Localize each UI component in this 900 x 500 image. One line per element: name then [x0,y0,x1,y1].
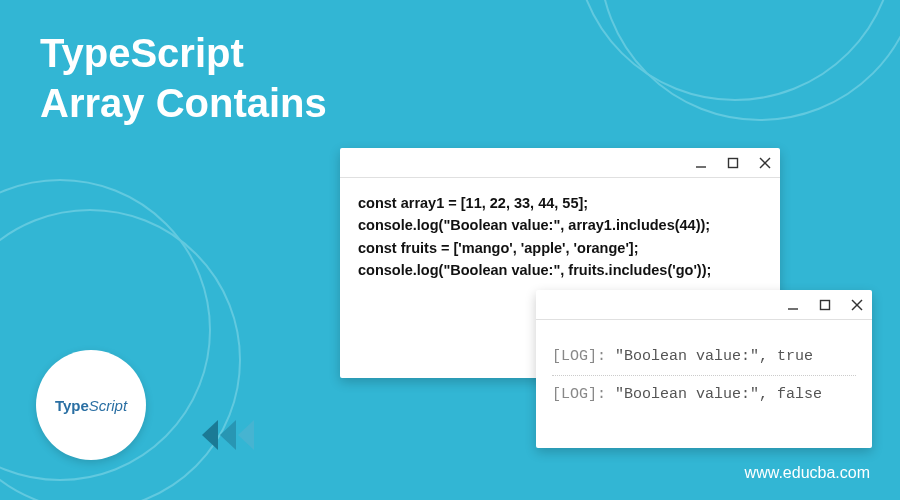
svg-point-1 [575,0,895,100]
code-window-titlebar [340,148,780,178]
maximize-icon[interactable] [726,156,740,170]
maximize-icon[interactable] [818,298,832,312]
minimize-icon[interactable] [786,298,800,312]
log-entry: [LOG]: "Boolean value:", true [552,338,856,375]
svg-rect-5 [729,158,738,167]
title-line-1: TypeScript [40,28,327,78]
log-body: [LOG]: "Boolean value:", true [LOG]: "Bo… [536,320,872,431]
code-line: console.log("Boolean value:", array1.inc… [358,214,762,236]
log-tag: LOG [561,386,588,403]
log-window: [LOG]: "Boolean value:", true [LOG]: "Bo… [536,290,872,448]
close-icon[interactable] [758,156,772,170]
minimize-icon[interactable] [694,156,708,170]
close-icon[interactable] [850,298,864,312]
code-line: const fruits = ['mango', 'apple', 'orang… [358,237,762,259]
log-message: "Boolean value:", false [615,386,822,403]
svg-point-0 [600,0,900,120]
title-line-2: Array Contains [40,78,327,128]
page-title: TypeScript Array Contains [40,28,327,128]
typescript-badge: TypeScript [36,350,146,460]
website-url: www.educba.com [745,464,870,482]
code-line: console.log("Boolean value:", fruits.inc… [358,259,762,281]
svg-rect-9 [821,300,830,309]
arrows-icon [200,410,270,460]
code-body: const array1 = [11, 22, 33, 44, 55]; con… [340,178,780,296]
log-window-titlebar [536,290,872,320]
log-entry: [LOG]: "Boolean value:", false [552,376,856,413]
badge-label: TypeScript [55,397,127,414]
log-tag: LOG [561,348,588,365]
log-message: "Boolean value:", true [615,348,813,365]
code-line: const array1 = [11, 22, 33, 44, 55]; [358,192,762,214]
